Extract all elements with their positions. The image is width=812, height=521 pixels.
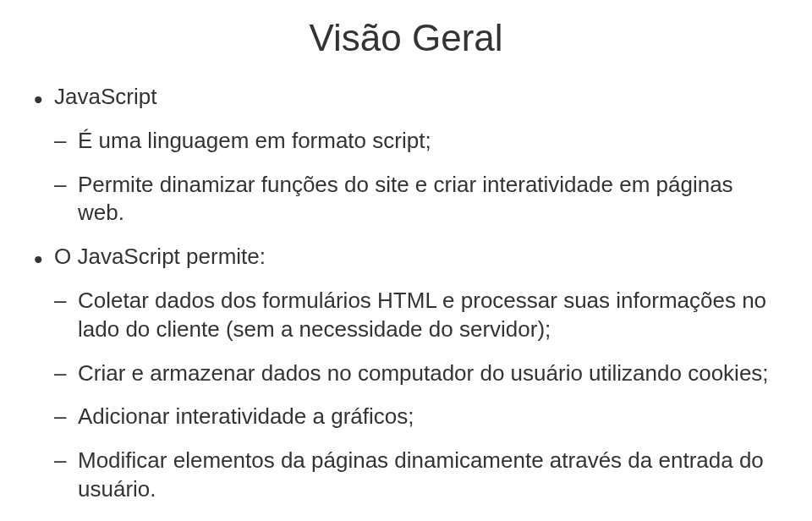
slide-title: Visão Geral [34, 17, 778, 59]
sub-list-item: Modificar elementos da páginas dinamicam… [54, 447, 778, 504]
sub-list-item: É uma linguagem em formato script; [54, 127, 778, 156]
sub-list-item: Criar e armazenar dados no computador do… [54, 359, 778, 388]
list-item: JavaScript É uma linguagem em formato sc… [34, 83, 778, 228]
main-list: JavaScript É uma linguagem em formato sc… [34, 83, 778, 504]
list-item: O JavaScript permite: Coletar dados dos … [34, 243, 778, 504]
sub-list: É uma linguagem em formato script; Permi… [54, 127, 778, 228]
list-item-label: JavaScript [54, 84, 156, 109]
sub-list: Coletar dados dos formulários HTML e pro… [54, 287, 778, 504]
sub-list-item: Coletar dados dos formulários HTML e pro… [54, 287, 778, 344]
sub-list-item: Adicionar interatividade a gráficos; [54, 403, 778, 431]
list-item-label: O JavaScript permite: [54, 244, 266, 269]
sub-list-item: Permite dinamizar funções do site e cria… [54, 171, 778, 228]
